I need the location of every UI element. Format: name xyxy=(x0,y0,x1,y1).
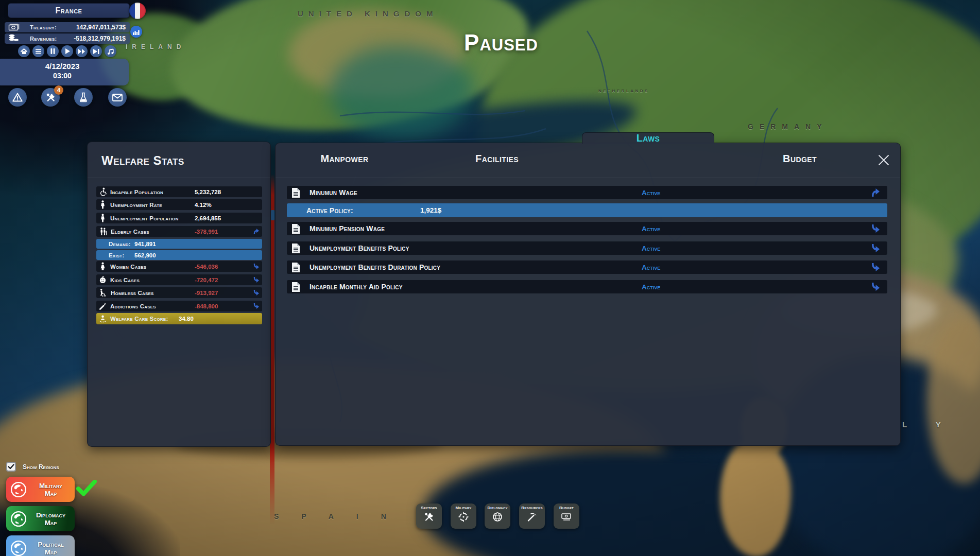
alerts-button[interactable] xyxy=(8,88,27,107)
law-subrow-active-policy[interactable]: Active Policy: 1,921$ xyxy=(287,203,887,217)
menu-button[interactable] xyxy=(32,45,44,57)
elderly-couple-icon xyxy=(99,227,107,236)
document-icon xyxy=(291,282,300,292)
welfare-stats-panel: Welfare Stats Incapble Population 5,232,… xyxy=(87,142,271,447)
dock-military-button[interactable]: Military xyxy=(451,503,476,529)
country-header[interactable]: France xyxy=(8,3,130,18)
trend-down-icon xyxy=(870,262,881,273)
tools-icon xyxy=(46,93,56,102)
law-status: Active xyxy=(642,189,660,197)
fast-forward-button[interactable] xyxy=(76,45,88,57)
fast-forward-icon xyxy=(78,49,85,54)
globe-icon xyxy=(10,511,27,527)
lower-policy-button[interactable] xyxy=(870,281,881,294)
active-policy-value: 1,921$ xyxy=(420,206,441,214)
raise-policy-button[interactable] xyxy=(870,187,881,200)
flask-icon xyxy=(79,92,88,102)
bar-chart-icon xyxy=(133,29,140,35)
globe-icon xyxy=(10,540,27,556)
stat-label: Kids Cases xyxy=(110,277,140,283)
paused-indicator: Paused xyxy=(464,30,538,56)
baby-icon xyxy=(99,275,107,284)
game-time: 03:00 xyxy=(0,72,129,80)
lower-policy-button[interactable] xyxy=(870,223,881,236)
dock-diplomacy-button[interactable]: Diplomacy xyxy=(485,503,510,529)
law-row-unemployment-benefits[interactable]: Unemployment Benefits Policy Active xyxy=(287,241,887,255)
law-row-incapble-monthly-aid[interactable]: Incapble Monthly Aid Policy Active xyxy=(287,280,887,293)
stat-row-homeless-cases: Homeless Cases -913,927 xyxy=(96,287,262,298)
tab-facilities[interactable]: Facilities xyxy=(475,153,519,165)
game-date: 4/12/2023 xyxy=(0,62,129,71)
law-name: Minumun Pension Wage xyxy=(310,224,385,233)
treasury-value: 142,947,011,573$ xyxy=(76,24,126,31)
dock-budget-button[interactable]: Budget xyxy=(554,503,579,529)
stat-label: Incapble Population xyxy=(110,189,163,195)
stat-row-incapble-population: Incapble Population 5,232,728 xyxy=(96,186,262,197)
music-button[interactable] xyxy=(105,45,116,57)
care-score-icon xyxy=(99,315,107,323)
lower-policy-button[interactable] xyxy=(870,262,881,275)
active-policy-label: Active Policy: xyxy=(306,206,353,215)
show-regions-checkbox[interactable] xyxy=(6,462,16,472)
play-button[interactable] xyxy=(61,45,73,57)
tab-budget[interactable]: Budget xyxy=(783,153,817,165)
law-row-minimum-pension-wage[interactable]: Minumun Pension Wage Active xyxy=(287,222,887,235)
tab-manpower[interactable]: Manpower xyxy=(321,153,369,165)
dock-resources-button[interactable]: Resources xyxy=(519,503,545,529)
messages-button[interactable] xyxy=(108,88,127,107)
checkmark-icon xyxy=(8,464,14,470)
dock-sectors-button[interactable]: Sectors xyxy=(416,503,442,529)
stat-subrow-demand: Demand: 941,891 xyxy=(96,239,262,249)
research-button[interactable] xyxy=(74,88,93,107)
law-row-unemployment-benefits-duration[interactable]: Unemployment Benefits Duration Policy Ac… xyxy=(287,260,887,274)
show-regions-label: Show Regions xyxy=(23,463,59,471)
stat-value: 5,232,728 xyxy=(195,189,221,195)
law-row-minimum-wage[interactable]: Minumun Wage Active xyxy=(287,186,887,199)
music-note-icon xyxy=(107,48,114,55)
statistics-button[interactable] xyxy=(130,26,142,38)
stat-row-addictions-cases: Addictions Cases -848,800 xyxy=(96,301,262,311)
money-icon xyxy=(561,512,572,521)
france-flag-icon[interactable] xyxy=(129,3,146,19)
trend-down-icon xyxy=(870,223,881,234)
trend-down-icon xyxy=(870,242,881,254)
crosshair-icon xyxy=(458,512,469,522)
close-button[interactable] xyxy=(878,154,890,166)
stat-label: Homeless Cases xyxy=(111,290,154,296)
person-icon xyxy=(99,200,107,209)
law-name: Minumun Wage xyxy=(310,188,357,197)
policy-panel: Laws Manpower Facilities Budget Minumun … xyxy=(275,143,901,446)
lower-policy-button[interactable] xyxy=(870,242,881,256)
map-label-united-kingdom: UNITED KINGDOM xyxy=(298,9,438,18)
skip-button[interactable] xyxy=(90,45,102,57)
revenues-row: Revenues: -518,312,979,191$ xyxy=(5,33,130,44)
stat-value: -913,927 xyxy=(195,290,218,296)
dock-label: Diplomacy xyxy=(485,506,510,510)
syringe-icon xyxy=(99,302,107,310)
date-time-panel: 4/12/2023 03:00 xyxy=(0,59,129,85)
pause-button[interactable] xyxy=(47,45,59,57)
document-icon xyxy=(291,262,300,273)
military-map-button[interactable]: MilitaryMap xyxy=(6,477,75,502)
political-map-button[interactable]: PoliticalMap xyxy=(6,535,75,556)
home-button[interactable] xyxy=(18,45,30,57)
law-name: Incapble Monthly Aid Policy xyxy=(310,283,403,291)
tools-icon xyxy=(424,512,434,522)
stat-value: -378,991 xyxy=(195,229,218,235)
trend-up-icon xyxy=(252,228,260,237)
map-label-ireland: IRELAND xyxy=(126,43,185,50)
tab-label: Laws xyxy=(637,132,660,144)
play-icon xyxy=(65,48,70,54)
skip-to-end-icon xyxy=(93,49,99,54)
globe-icon xyxy=(10,481,27,498)
diplomacy-map-button[interactable]: DiplomacyMap xyxy=(6,506,75,531)
diplomacy-map-label: DiplomacyMap xyxy=(27,511,75,527)
dock-label: Budget xyxy=(554,506,579,510)
stat-value: -720,472 xyxy=(195,277,218,283)
trend-down-icon xyxy=(252,289,260,299)
stat-value: 941,891 xyxy=(134,241,156,247)
stat-label: Unemployment Population xyxy=(110,215,179,221)
law-status: Active xyxy=(642,225,660,233)
tab-laws[interactable]: Laws xyxy=(582,132,714,144)
menu-icon xyxy=(36,49,41,54)
